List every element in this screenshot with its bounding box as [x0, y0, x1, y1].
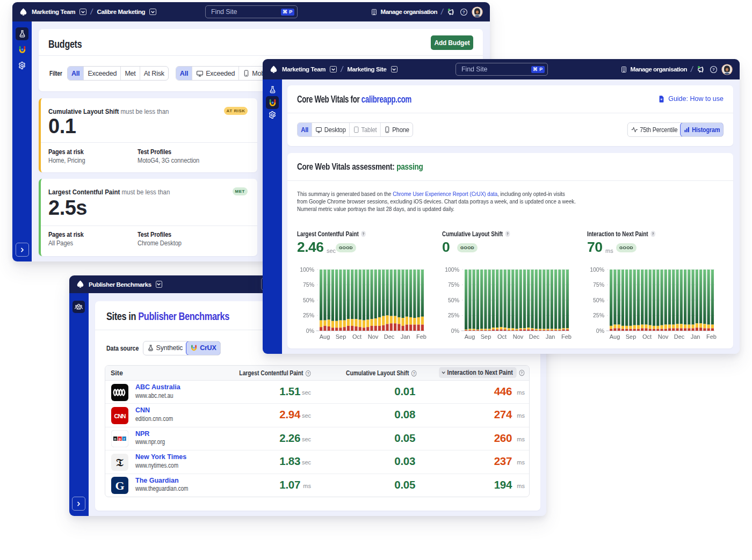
svg-text:100%: 100%	[590, 266, 604, 273]
svg-text:100%: 100%	[445, 266, 459, 273]
svg-text:Jan: Jan	[401, 333, 410, 340]
svg-text:?: ?	[652, 231, 654, 236]
svg-text:Sep: Sep	[626, 333, 637, 340]
svg-text:Feb: Feb	[561, 333, 572, 340]
svg-text:Sep: Sep	[336, 333, 346, 340]
svg-text:50%: 50%	[303, 297, 314, 303]
svg-text:Nov: Nov	[658, 333, 669, 340]
svg-text:75%: 75%	[593, 281, 604, 288]
svg-text:50%: 50%	[593, 297, 604, 303]
svg-text:0%: 0%	[306, 328, 314, 334]
svg-text:25%: 25%	[593, 312, 604, 318]
svg-text:CNN: CNN	[114, 413, 126, 419]
svg-text:Aug: Aug	[320, 333, 330, 340]
svg-text:Dec: Dec	[384, 333, 395, 340]
svg-text:Feb: Feb	[706, 333, 717, 340]
svg-text:?: ?	[413, 371, 415, 375]
svg-text:p: p	[119, 437, 121, 441]
svg-text:n: n	[114, 437, 117, 441]
svg-text:75%: 75%	[448, 281, 459, 288]
svg-text:Jan: Jan	[546, 333, 555, 340]
svg-text:Aug: Aug	[610, 333, 620, 340]
svg-text:75%: 75%	[303, 281, 314, 288]
svg-text:Feb: Feb	[416, 333, 426, 340]
svg-text:?: ?	[521, 370, 523, 375]
svg-text:Oct: Oct	[642, 333, 652, 340]
svg-text:G: G	[115, 479, 124, 492]
svg-text:25%: 25%	[303, 312, 314, 318]
svg-text:Nov: Nov	[513, 333, 524, 340]
svg-text:Aug: Aug	[465, 333, 475, 340]
svg-text:Sep: Sep	[481, 333, 491, 340]
svg-text:𝔗: 𝔗	[116, 456, 124, 468]
svg-text:100%: 100%	[300, 266, 314, 273]
svg-text:?: ?	[507, 231, 508, 236]
svg-text:?: ?	[363, 231, 364, 236]
svg-text:Oct: Oct	[497, 333, 507, 340]
svg-text:Jan: Jan	[691, 333, 700, 340]
svg-text:?: ?	[462, 10, 465, 14]
svg-text:0%: 0%	[596, 328, 604, 334]
svg-text:Dec: Dec	[529, 333, 540, 340]
svg-text:Dec: Dec	[674, 333, 685, 340]
svg-text:0%: 0%	[451, 328, 459, 334]
svg-text:?: ?	[712, 67, 715, 72]
svg-text:Oct: Oct	[352, 333, 361, 340]
svg-text:?: ?	[307, 371, 309, 375]
svg-text:50%: 50%	[448, 297, 459, 303]
svg-text:Nov: Nov	[368, 333, 379, 340]
svg-text:25%: 25%	[448, 312, 459, 318]
